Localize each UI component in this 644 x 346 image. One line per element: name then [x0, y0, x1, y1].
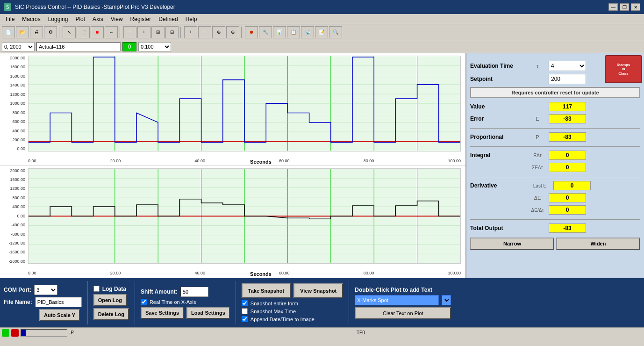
load-settings-button[interactable]: Load Settings: [186, 307, 230, 319]
value-row: Value 117: [470, 102, 640, 111]
open-button[interactable]: 📂: [16, 26, 29, 38]
integral-label: Integral: [470, 152, 526, 159]
divider4: [470, 219, 640, 220]
delete-log-row: Delete Log: [93, 308, 129, 320]
bottom-panel: COM Port: 3 File Name: Auto Scale Y Log …: [0, 278, 644, 327]
menu-plot[interactable]: Plot: [72, 15, 89, 23]
derivative-row3: ΔE/Δτ 0: [470, 205, 640, 215]
append-date-row: Append Date/Time to Image: [242, 316, 343, 322]
add-row-button[interactable]: +: [184, 26, 197, 38]
x2-label-2: 40.00: [194, 271, 205, 275]
narrow-button[interactable]: Narrow: [470, 238, 554, 250]
append-date-label: Append Date/Time to Image: [250, 317, 315, 322]
chart2-plot-area[interactable]: [28, 168, 461, 264]
menu-defined[interactable]: Defined: [155, 15, 181, 23]
record-button[interactable]: ⏺: [245, 26, 258, 38]
close-button[interactable]: ✕: [631, 3, 640, 11]
zoom-minus-button[interactable]: −: [123, 26, 136, 38]
menu-view[interactable]: View: [107, 15, 127, 23]
snapshot-max-checkbox[interactable]: [242, 308, 248, 314]
status-led-green: [2, 329, 9, 337]
shift-amount-row: Shift Amount:: [141, 287, 230, 297]
chart2[interactable]: 2000.00 1600.00 1200.00 800.00 400.00 0.…: [0, 166, 465, 279]
add-col-button[interactable]: ⊕: [212, 26, 225, 38]
chart-button[interactable]: 📊: [273, 26, 286, 38]
menu-help[interactable]: Help: [182, 15, 201, 23]
chart1[interactable]: 2000.00 1800.00 1600.00 1400.00 1200.00 …: [0, 53, 465, 166]
snapshot-section: Take Snapshot View Snapshot Snapshot ent…: [242, 281, 343, 324]
save-settings-button[interactable]: Save Settings: [141, 307, 184, 319]
shift-amount-input[interactable]: [180, 287, 208, 297]
double-click-label: Double-Click Plot to add Text: [355, 287, 432, 293]
new-button[interactable]: 📄: [2, 26, 15, 38]
integral-display2: 0: [549, 163, 586, 172]
minimize-button[interactable]: —: [608, 3, 618, 11]
script-button[interactable]: 📝: [315, 26, 328, 38]
take-snapshot-button[interactable]: Take Snapshot: [242, 283, 291, 298]
separator1: [59, 27, 61, 38]
zoom-width-button[interactable]: ⊟: [165, 26, 179, 38]
snapshot-entire-checkbox[interactable]: [242, 300, 248, 306]
append-date-checkbox[interactable]: [242, 316, 248, 322]
t-status: TF0: [357, 330, 642, 335]
remove-col-button[interactable]: ⊖: [226, 26, 239, 38]
restore-button[interactable]: ❐: [620, 3, 629, 11]
menu-macros[interactable]: Macros: [18, 15, 44, 23]
menu-axis[interactable]: Axis: [89, 15, 107, 23]
zoom-plus-button[interactable]: +: [137, 26, 150, 38]
delete-log-button[interactable]: Delete Log: [93, 308, 129, 320]
y1-label-5: 1000.00: [10, 101, 25, 106]
comm-button[interactable]: 📡: [301, 26, 314, 38]
text-dropdown[interactable]: [442, 295, 451, 305]
auto-scale-button[interactable]: Auto Scale Y: [39, 309, 80, 321]
double-click-row: Double-Click Plot to add Text: [355, 287, 451, 293]
chart1-x-axis: 0.00 20.00 40.00 60.00 80.00 100.00: [28, 159, 461, 163]
back-button[interactable]: ←: [105, 26, 118, 38]
chart2-y-axis: 2000.00 1600.00 1200.00 800.00 400.00 0.…: [0, 168, 27, 264]
range-combo[interactable]: 0, 2000: [2, 42, 35, 51]
print-button[interactable]: 🖨: [30, 26, 43, 38]
zoom-fit-button[interactable]: ⊞: [151, 26, 165, 38]
menu-register[interactable]: Register: [127, 15, 155, 23]
log-data-checkbox[interactable]: [93, 286, 100, 292]
snapshot-entire-label: Snapshot entire form: [250, 301, 298, 306]
text-input-field[interactable]: [355, 295, 439, 305]
value-display: 117: [549, 102, 586, 111]
file-name-input[interactable]: [35, 297, 82, 307]
view-snapshot-button[interactable]: View Snapshot: [293, 283, 343, 298]
eval-time-combo[interactable]: 4: [549, 61, 586, 71]
text-section: Double-Click Plot to add Text Clear Text…: [355, 281, 451, 324]
charts-area: 2000.00 1800.00 1600.00 1400.00 1200.00 …: [0, 53, 466, 278]
x1-label-0: 0.00: [28, 159, 36, 163]
real-time-checkbox[interactable]: [141, 299, 147, 305]
rate-combo[interactable]: 0.100: [138, 42, 171, 51]
derivative-label: Derivative: [470, 182, 526, 189]
stop-button[interactable]: ■: [91, 26, 104, 38]
status-led-red: [11, 329, 19, 337]
tb-icon4[interactable]: ⚙: [44, 26, 57, 38]
setpoint-input[interactable]: [549, 74, 586, 84]
remove-row-button[interactable]: −: [198, 26, 211, 38]
error-label: Error: [470, 115, 526, 122]
tools-button[interactable]: 🔧: [259, 26, 272, 38]
clear-text-button[interactable]: Clear Text on Plot: [355, 307, 451, 319]
chart1-x-title: Seconds: [250, 159, 272, 165]
data-button[interactable]: 📋: [287, 26, 300, 38]
error-display: -83: [549, 114, 586, 123]
error-row: Error E -83: [470, 114, 640, 123]
right-panel: StampsinClass Evaluation Time τ 4 Setpoi…: [466, 53, 644, 278]
derivative-display1: 0: [553, 181, 591, 190]
menu-logging[interactable]: Logging: [44, 15, 72, 23]
com-port-combo[interactable]: 3: [34, 285, 57, 295]
toolbar2: 0, 2000 Actual=116 0 0.100: [0, 40, 644, 53]
select-button[interactable]: ⬚: [77, 26, 90, 38]
widen-button[interactable]: Widen: [556, 238, 640, 250]
search-button[interactable]: 🔍: [329, 26, 342, 38]
total-output-row: Total Output -83: [470, 223, 640, 233]
chart1-plot-area[interactable]: [28, 56, 461, 151]
window-title: SIC Process Control -- PID Basics -Stamp…: [15, 4, 175, 10]
narrow-widen-row: Narrow Widen: [470, 238, 640, 250]
cursor-button[interactable]: ↖: [63, 26, 76, 38]
open-log-button[interactable]: Open Log: [93, 294, 127, 306]
menu-file[interactable]: File: [2, 15, 18, 23]
